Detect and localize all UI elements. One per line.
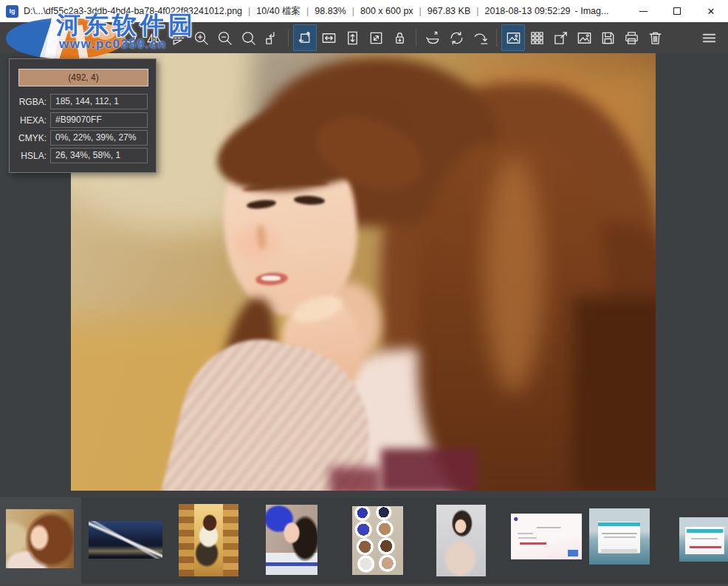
magnifier-icon [240, 30, 257, 47]
zoom-out-button[interactable] [213, 24, 236, 51]
thumbnail-dialog-screenshot-ocean[interactable] [589, 508, 650, 565]
hsla-value[interactable]: 26, 34%, 58%, 1 [50, 148, 148, 163]
refresh-button[interactable] [444, 24, 468, 51]
color-row-rgba: RGBA: 185, 144, 112, 1 [10, 94, 157, 109]
rgba-value[interactable]: 185, 144, 112, 1 [50, 94, 148, 109]
thumbnail-dialog-screenshot-ocean-2[interactable] [679, 517, 728, 562]
flip-vertical-icon [169, 30, 186, 47]
imageglass-window: Ig D:\...\df55c2a3-3ddb-4bd4-ba78-4f022f… [0, 0, 728, 586]
title-separator: | [470, 6, 484, 16]
toolbar-separator [496, 29, 497, 47]
hexa-value[interactable]: #B99070FF [50, 112, 148, 128]
thumbnail-girl-in-library[interactable] [179, 504, 238, 576]
thumbnail-bar [0, 497, 728, 584]
image-view-button[interactable] [501, 24, 525, 51]
share-button[interactable] [421, 24, 444, 51]
cmyk-label: CMYK: [10, 133, 47, 143]
zoom-to-fit-button[interactable] [364, 24, 388, 51]
toolbar [0, 22, 728, 53]
photo-maroon-top [381, 449, 477, 491]
title-app-suffix: - Imag... [571, 6, 609, 16]
color-row-hsla: HSLA: 26, 34%, 58%, 1 [10, 148, 157, 163]
hsla-label: HSLA: [10, 151, 47, 161]
main-menu-button[interactable] [697, 24, 721, 51]
lock-zoom-button[interactable] [388, 24, 411, 51]
app-icon: Ig [6, 5, 18, 18]
photo-hair-edge [573, 297, 656, 491]
scale-to-height-button[interactable] [340, 24, 364, 51]
window-controls: ✕ [626, 0, 728, 22]
hexa-label: HEXA: [10, 115, 47, 126]
photo-maroon-accent [329, 467, 381, 491]
title-separator: | [242, 6, 256, 16]
rotate-right-icon [122, 30, 139, 47]
chevron-right-icon [65, 30, 82, 47]
share-icon [425, 30, 442, 47]
thumbnail-circle-collage[interactable] [352, 506, 403, 575]
refresh-icon [448, 30, 465, 47]
title-file-count: 10/40 檔案 [256, 6, 301, 16]
title-separator: | [346, 6, 360, 16]
zoom-out-icon [216, 30, 233, 47]
title-image-size: 800 x 600 px [360, 6, 413, 16]
curved-arrow-icon [472, 30, 489, 47]
lock-icon [391, 30, 408, 47]
title-separator: | [413, 6, 427, 16]
auto-zoom-icon [297, 30, 314, 47]
scale-to-fit-button[interactable] [260, 24, 284, 51]
print-button[interactable] [619, 24, 643, 51]
flip-horizontal-icon [145, 30, 162, 47]
titlebar: Ig D:\...\df55c2a3-3ddb-4bd4-ba78-4f022f… [0, 0, 728, 22]
next-image-button[interactable] [61, 24, 85, 51]
full-screen-button[interactable] [549, 24, 572, 51]
close-icon: ✕ [707, 7, 715, 16]
cmyk-value[interactable]: 0%, 22%, 39%, 27% [50, 130, 148, 146]
rotate-left-button[interactable] [95, 24, 118, 51]
color-row-cmyk: CMYK: 0%, 22%, 39%, 27% [10, 130, 157, 146]
printer-icon [623, 30, 640, 47]
title-zoom-level: 98.83% [315, 6, 346, 16]
save-button[interactable] [596, 24, 619, 51]
thumbnail-dialog-screenshot-light[interactable] [511, 514, 582, 559]
photo-hair-highlight [484, 157, 543, 393]
thumbnail-girl-gray-studio[interactable] [436, 505, 486, 576]
pixel-coordinate: (492, 4) [68, 72, 98, 83]
scale-to-fit-icon [264, 30, 281, 47]
zoom-to-fit-icon [368, 30, 385, 47]
fullscreen-icon [552, 30, 569, 47]
save-icon [600, 30, 617, 47]
minimize-button[interactable] [626, 0, 660, 22]
color-picker-panel: (492, 4) RGBA: 185, 144, 112, 1 HEXA: #B… [9, 58, 157, 173]
rotate-left-icon [98, 30, 115, 47]
flip-horizontal-button[interactable] [142, 24, 165, 51]
auto-zoom-button[interactable] [293, 24, 317, 51]
thumbnail-girl-blue-helmet[interactable] [266, 505, 317, 575]
maximize-button[interactable] [660, 0, 694, 22]
thumbnail-grid-button[interactable] [525, 24, 549, 51]
toolbar-separator [416, 29, 416, 47]
delete-button[interactable] [643, 24, 667, 51]
chevron-left-icon [41, 30, 58, 47]
thumbnail-woman-autumn-portrait[interactable] [6, 509, 74, 568]
thumbnail-night-light-trails[interactable] [89, 521, 162, 559]
main-image[interactable] [71, 53, 656, 491]
grid-icon [529, 30, 546, 47]
previous-image-button[interactable] [38, 24, 61, 51]
title-filepath: D:\...\df55c2a3-3ddb-4bd4-ba78-4f022f832… [24, 6, 242, 16]
slideshow-button[interactable] [572, 24, 596, 51]
rotate-right-button[interactable] [118, 24, 142, 51]
window-title: D:\...\df55c2a3-3ddb-4bd4-ba78-4f022f832… [24, 5, 626, 18]
scale-to-width-button[interactable] [317, 24, 340, 51]
convert-button[interactable] [468, 24, 492, 51]
scale-to-width-icon [320, 30, 337, 47]
image-icon [505, 30, 522, 47]
zoom-in-button[interactable] [189, 24, 213, 51]
flip-vertical-button[interactable] [165, 24, 189, 51]
title-separator: | [301, 6, 315, 16]
color-swatch: (492, 4) [18, 69, 148, 86]
rgba-label: RGBA: [10, 97, 47, 107]
zoom-in-icon [193, 30, 210, 47]
maximize-icon [673, 7, 681, 15]
close-button[interactable]: ✕ [694, 0, 728, 22]
actual-size-button[interactable] [236, 24, 260, 51]
